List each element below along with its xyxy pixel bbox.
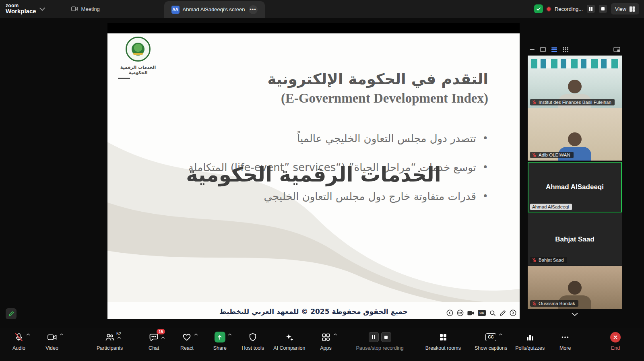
captions-icon: CC bbox=[485, 333, 496, 341]
chevron-down-icon[interactable] bbox=[39, 5, 45, 11]
next-slide-icon[interactable] bbox=[510, 309, 516, 316]
view-button[interactable]: View bbox=[611, 3, 639, 14]
participant-name: Bahjat Saad bbox=[539, 258, 564, 262]
participants-count: 52 bbox=[116, 331, 121, 336]
participant-name-pill: Adib OLEIWAN bbox=[530, 152, 574, 158]
logo-emblem-icon bbox=[132, 43, 144, 56]
brand-workplace: Workplace bbox=[6, 8, 36, 14]
recording-dot-icon bbox=[547, 7, 551, 11]
pause-stop-recording-button[interactable]: Pause/stop recording bbox=[356, 332, 404, 351]
chevron-up-icon[interactable] bbox=[194, 333, 198, 336]
share-button[interactable]: Share bbox=[207, 332, 232, 351]
ellipsis-icon bbox=[560, 332, 570, 342]
mic-muted-icon bbox=[532, 301, 537, 306]
pause-recording-icon[interactable] bbox=[587, 5, 595, 13]
slide-title-english: (E-Government Development Index) bbox=[267, 91, 488, 106]
bullet-dot: • bbox=[483, 191, 488, 202]
tab-strip: Meeting AA Ahmad AlSadeeqi's screen ••• bbox=[64, 0, 265, 18]
ai-companion-button[interactable]: AI Companion bbox=[273, 332, 305, 351]
show-captions-button[interactable]: CC Show captions bbox=[475, 332, 507, 351]
stop-recording-icon[interactable] bbox=[381, 332, 391, 342]
previous-slide-icon[interactable] bbox=[446, 309, 453, 316]
pause-recording-icon[interactable] bbox=[369, 332, 379, 342]
top-bar: zoom Workplace Meeting AA Ahmad AlSadeeq… bbox=[0, 0, 644, 18]
slide-viewer-controls: CC bbox=[446, 309, 516, 316]
chevron-up-icon[interactable] bbox=[161, 336, 165, 339]
video-button[interactable]: Video bbox=[39, 332, 64, 351]
sidebar-view-icon[interactable] bbox=[551, 47, 557, 52]
bullet-item: • قدرات متفاوتة خارج دول مجلس التعاون ال… bbox=[174, 190, 488, 203]
end-meeting-button[interactable]: End bbox=[603, 332, 628, 351]
participant-name: Ahmad AlSadeeqi bbox=[532, 204, 569, 209]
zoom-workplace-logo[interactable]: zoom Workplace bbox=[0, 3, 50, 14]
captions-icon[interactable]: CC bbox=[478, 310, 486, 316]
participant-tile[interactable]: Adib OLEIWAN bbox=[528, 108, 622, 161]
video-camera-icon bbox=[47, 332, 57, 342]
host-tools-button[interactable]: Host tools bbox=[240, 332, 265, 351]
chat-button[interactable]: 15 Chat bbox=[141, 332, 166, 351]
participant-name: Institut des Finances Basil Fuleihan bbox=[539, 100, 611, 105]
participant-tile[interactable]: Institut des Finances Basil Fuleihan bbox=[528, 56, 622, 108]
participant-name: Adib OLEIWAN bbox=[539, 153, 570, 157]
bullet-text: تتصدر دول مجلس التعاون الخليجي عالمياً bbox=[297, 132, 476, 145]
polls-quizzes-button[interactable]: Polls/quizzes bbox=[515, 332, 545, 351]
annotation-tool-button[interactable] bbox=[6, 308, 17, 319]
apps-button[interactable]: Apps bbox=[314, 332, 339, 351]
audio-button[interactable]: Audio bbox=[6, 332, 31, 351]
more-options-icon[interactable] bbox=[457, 309, 464, 316]
presentation-slide: الخدمات الرقمية الحكومية التقدم في الحكو… bbox=[107, 33, 520, 319]
stop-recording-icon[interactable] bbox=[599, 5, 607, 13]
participant-tile[interactable]: Ousssma Bondak bbox=[528, 266, 622, 309]
logo-caption: الخدمات الرقمية الحكومية bbox=[114, 65, 162, 75]
bar-chart-icon bbox=[525, 332, 535, 342]
chevron-up-icon[interactable] bbox=[26, 333, 30, 336]
tab-meeting[interactable]: Meeting bbox=[64, 0, 164, 18]
gallery-view-icon[interactable] bbox=[562, 47, 569, 52]
chat-unread-badge: 15 bbox=[157, 329, 165, 334]
meeting-icon bbox=[71, 5, 78, 12]
gallery-view-controls bbox=[528, 44, 622, 55]
chevron-up-icon[interactable] bbox=[117, 336, 121, 339]
participant-display-name: Bahjat Saad bbox=[528, 235, 622, 243]
minimize-icon[interactable] bbox=[529, 47, 535, 52]
camera-icon[interactable] bbox=[467, 310, 474, 316]
tab-shared-screen[interactable]: AA Ahmad AlSadeeqi's screen ••• bbox=[164, 1, 265, 18]
participant-name-pill: Bahjat Saad bbox=[530, 257, 567, 263]
more-button[interactable]: More bbox=[553, 332, 578, 351]
speaker-view-icon[interactable] bbox=[540, 47, 546, 52]
participant-name: Ousssma Bondak bbox=[539, 301, 575, 306]
microphone-muted-icon bbox=[14, 332, 24, 342]
meeting-toolbar: Audio Video 52 Participants 15 Chat Reac… bbox=[0, 328, 644, 361]
chevron-up-icon[interactable] bbox=[228, 333, 232, 336]
tab-options-icon[interactable]: ••• bbox=[249, 5, 258, 14]
slide-transition-title: الخدمات الرقمية الحكومية bbox=[107, 163, 520, 186]
participants-button[interactable]: 52 Participants bbox=[97, 332, 123, 351]
security-shield-icon[interactable] bbox=[534, 4, 543, 13]
arab-planning-institute-logo: الخدمات الرقمية الحكومية bbox=[114, 37, 162, 79]
shared-screen-region: الخدمات الرقمية الحكومية التقدم في الحكو… bbox=[107, 23, 520, 319]
bullet-text: قدرات متفاوتة خارج دول مجلس التعاون الخل… bbox=[264, 190, 476, 203]
participant-tile-active-speaker[interactable]: Ahmad AlSadeeqi Ahmad AlSadeeqi bbox=[528, 162, 622, 212]
annotate-pencil-icon[interactable] bbox=[500, 310, 506, 316]
scroll-more-participants[interactable] bbox=[528, 309, 622, 316]
participant-tile[interactable]: Bahjat Saad Bahjat Saad bbox=[528, 213, 622, 266]
react-button[interactable]: React bbox=[174, 332, 199, 351]
chevron-up-icon[interactable] bbox=[333, 333, 337, 336]
bullet-dot: • bbox=[483, 133, 488, 144]
chevron-up-icon[interactable] bbox=[60, 333, 64, 336]
participant-name-pill: Ahmad AlSadeeqi bbox=[530, 204, 572, 210]
breakout-rooms-button[interactable]: Breakout rooms bbox=[425, 332, 461, 351]
apps-grid-icon bbox=[321, 332, 331, 342]
top-right-cluster: Recording... View bbox=[534, 3, 644, 14]
magnifier-icon[interactable] bbox=[489, 310, 496, 316]
popout-panel-icon[interactable] bbox=[613, 47, 620, 52]
breakout-rooms-icon bbox=[438, 332, 448, 342]
heart-icon bbox=[182, 332, 192, 342]
avatar: AA bbox=[171, 6, 180, 14]
participant-name-pill: Ousssma Bondak bbox=[530, 300, 578, 307]
chevron-up-icon[interactable] bbox=[499, 333, 503, 336]
share-screen-icon bbox=[215, 332, 225, 342]
tab-shared-screen-label: Ahmad AlSadeeqi's screen bbox=[183, 6, 245, 12]
layout-grid-icon bbox=[629, 6, 635, 12]
logo-underline bbox=[118, 78, 130, 79]
